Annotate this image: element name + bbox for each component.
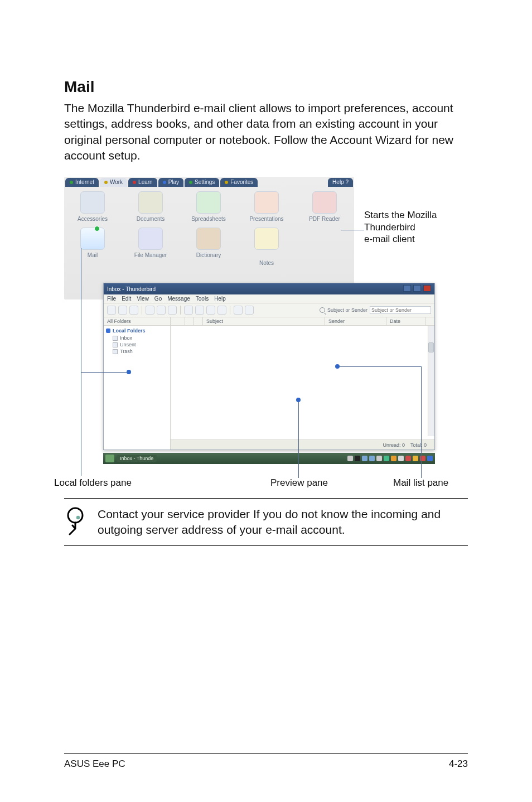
col-star-icon[interactable]: [185, 317, 194, 325]
tray-icon[interactable]: [391, 456, 396, 461]
tray-icon[interactable]: [369, 456, 375, 461]
leader-line: [341, 230, 364, 230]
tray-icon[interactable]: [376, 456, 382, 461]
note-rule-bottom: [64, 545, 468, 546]
tab-label: Play: [168, 179, 179, 185]
tray-icon[interactable]: [355, 456, 360, 461]
tab-label: Learn: [138, 179, 153, 185]
write-icon[interactable]: [118, 306, 127, 315]
desktop-icon-dictionary[interactable]: Dictionary: [185, 228, 233, 266]
section-title: Mail: [64, 78, 468, 96]
menu-help[interactable]: Help: [214, 296, 226, 302]
desktop-icon-file-manager[interactable]: File Manager: [127, 228, 175, 266]
scrollbar-thumb[interactable]: [428, 342, 434, 352]
junk-icon[interactable]: [206, 306, 215, 315]
leader-line: [81, 372, 128, 373]
callout-preview-pane: Preview pane: [270, 477, 328, 489]
tb-message-list[interactable]: Unread: 0 Total: 0: [171, 326, 434, 450]
tab-settings[interactable]: Settings: [185, 178, 219, 187]
desktop-icon-pdf-reader[interactable]: PDF Reader: [301, 191, 349, 222]
col-attach-icon[interactable]: [194, 317, 203, 325]
callout-local-folders: Local folders pane: [54, 477, 132, 489]
presentations-icon: [254, 191, 279, 214]
delete-icon[interactable]: [195, 306, 204, 315]
tab-label: Internet: [75, 179, 94, 185]
folder-unsent[interactable]: Unsent: [113, 341, 168, 348]
tab-favorites[interactable]: Favorites: [220, 178, 258, 187]
search-input[interactable]: [370, 306, 431, 314]
tray-icon[interactable]: [405, 456, 411, 461]
desktop-icon-mail[interactable]: Mail: [69, 228, 117, 266]
tab-work[interactable]: Work: [100, 178, 127, 187]
start-button-icon[interactable]: [105, 455, 114, 462]
search-icon: [320, 307, 325, 313]
icon-label: Spreadsheets: [191, 216, 226, 222]
icon-label: File Manager: [134, 252, 167, 258]
col-picker-icon[interactable]: [425, 317, 434, 325]
tray-icon[interactable]: [413, 456, 418, 461]
tab-learn[interactable]: Learn: [128, 178, 157, 187]
forward-nav-icon[interactable]: [245, 306, 254, 315]
intro-paragraph: The Mozilla Thunderbird e-mail client al…: [64, 100, 468, 163]
note-rule-top: [64, 498, 468, 499]
tb-title-text: Inbox - Thunderbird: [107, 286, 156, 292]
tab-label: Help ?: [332, 179, 349, 185]
separator-icon: [230, 306, 230, 315]
icon-label: Dictionary: [196, 252, 221, 258]
maximize-button[interactable]: [413, 285, 421, 292]
status-total: Total: 0: [410, 442, 427, 448]
taskbar-task[interactable]: Inbox - Thunde: [117, 455, 157, 462]
reply-icon[interactable]: [146, 306, 154, 315]
col-date[interactable]: Date: [386, 317, 425, 325]
folder-inbox[interactable]: Inbox: [113, 335, 168, 341]
leader-line: [421, 366, 422, 478]
forward-icon[interactable]: [168, 306, 177, 315]
system-tray: [347, 456, 433, 461]
tray-icon[interactable]: [384, 456, 389, 461]
tab-internet[interactable]: Internet: [65, 178, 99, 187]
tb-titlebar[interactable]: Inbox - Thunderbird: [104, 283, 434, 294]
minimize-button[interactable]: [403, 285, 411, 292]
address-book-icon[interactable]: [129, 306, 138, 315]
col-folders[interactable]: All Folders: [104, 317, 171, 325]
tray-icon[interactable]: [347, 456, 353, 461]
desktop-tabbar: Internet Work Learn Play Settings Favori…: [64, 177, 354, 187]
tag-icon[interactable]: [184, 306, 193, 315]
menu-go[interactable]: Go: [154, 296, 162, 302]
footer-right: 4-23: [449, 758, 468, 770]
pdf-icon: [312, 191, 337, 214]
tab-help[interactable]: Help ?: [328, 178, 353, 187]
desktop-icon-documents[interactable]: Documents: [127, 191, 175, 222]
desktop-icon-spreadsheets[interactable]: Spreadsheets: [185, 191, 233, 222]
tab-label: Work: [110, 179, 123, 185]
tab-play[interactable]: Play: [158, 178, 183, 187]
folders-header[interactable]: Local Folders: [106, 328, 168, 334]
menu-edit[interactable]: Edit: [122, 296, 131, 302]
dot-icon: [189, 181, 192, 184]
tb-folders-pane[interactable]: Local Folders Inbox Unsent Trash: [104, 326, 171, 450]
menu-file[interactable]: File: [107, 296, 116, 302]
col-sender[interactable]: Sender: [325, 317, 386, 325]
tray-icon[interactable]: [398, 456, 404, 461]
taskbar: Inbox - Thunde: [103, 453, 435, 464]
desktop-icon-presentations[interactable]: Presentations: [243, 191, 291, 222]
back-icon[interactable]: [234, 306, 243, 315]
menu-view[interactable]: View: [137, 296, 149, 302]
menu-message[interactable]: Message: [167, 296, 190, 302]
tb-menubar: File Edit View Go Message Tools Help: [104, 294, 434, 303]
get-mail-icon[interactable]: [107, 306, 116, 315]
desktop-icon-notes[interactable]: Notes: [243, 228, 291, 266]
close-button[interactable]: [423, 285, 431, 292]
folder-trash[interactable]: Trash: [113, 348, 168, 355]
col-subject[interactable]: Subject: [203, 317, 325, 325]
dot-icon: [163, 181, 166, 184]
mail-icon: [80, 228, 105, 250]
tray-icon[interactable]: [427, 456, 433, 461]
reply-all-icon[interactable]: [157, 306, 166, 315]
tray-icon[interactable]: [362, 456, 367, 461]
print-icon[interactable]: [217, 306, 226, 315]
menu-tools[interactable]: Tools: [196, 296, 209, 302]
desktop-icon-accessories[interactable]: Accessories: [69, 191, 117, 222]
search-scope-label[interactable]: Subject or Sender: [327, 307, 367, 313]
col-thread-icon[interactable]: [171, 317, 185, 325]
